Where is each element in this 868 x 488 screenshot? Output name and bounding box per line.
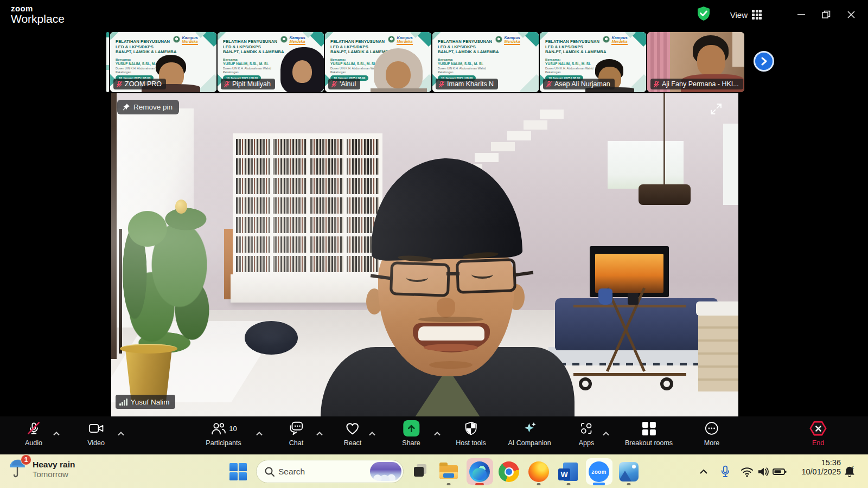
slide-bersama: Bersama:: [116, 57, 131, 61]
toolbar-chat[interactable]: Chat: [288, 420, 304, 447]
end-call-icon: [809, 420, 827, 436]
volume-button[interactable]: [755, 460, 771, 484]
react-options-caret[interactable]: [367, 426, 378, 440]
pinned-name: Yusuf Nalim: [131, 398, 170, 406]
toolbar-react[interactable]: React: [344, 420, 362, 447]
chat-options-caret[interactable]: [314, 426, 325, 440]
toolbar-participants-label: Participants: [206, 439, 241, 447]
svg-text:z: z: [852, 465, 854, 470]
muted-mic-icon: [653, 81, 660, 88]
apps-options-caret[interactable]: [601, 426, 611, 440]
partial-thumbnail: [106, 32, 109, 92]
participants-count: 10: [229, 425, 237, 433]
fullscreen-icon[interactable]: [709, 102, 723, 118]
toolbar-breakout-rooms[interactable]: Breakout rooms: [625, 420, 673, 447]
more-ellipsis-icon: [704, 420, 719, 436]
toolbar-audio[interactable]: Audio: [25, 420, 42, 447]
restore-button[interactable]: [814, 4, 839, 25]
toolbar-end[interactable]: End: [809, 420, 827, 447]
share-screen-icon: [403, 420, 419, 436]
search-highlight-image[interactable]: [370, 462, 401, 481]
search-input[interactable]: [277, 466, 359, 477]
participant-tile[interactable]: KampusMerdeka PELATIHAN PENYUSUNAN LED &…: [540, 32, 646, 92]
firefox-icon: [528, 461, 549, 482]
tray-time: 15:36: [801, 458, 841, 467]
filmstrip-next-button[interactable]: [754, 51, 774, 72]
running-indicator: [627, 483, 631, 485]
brand-zoom: zoom: [11, 4, 65, 13]
toolbar-chat-label: Chat: [289, 439, 303, 447]
view-layout-icon: [752, 10, 762, 20]
chrome-icon: [499, 461, 519, 482]
audio-options-caret[interactable]: [51, 426, 62, 440]
participant-name-label: Asep Ali Nurjaman: [543, 79, 615, 89]
taskbar-search[interactable]: [256, 460, 404, 483]
share-options-caret[interactable]: [432, 426, 443, 440]
participant-tile[interactable]: KampusMerdeka PELATIHAN PENYUSUNAN LED &…: [325, 32, 431, 92]
photos-button[interactable]: [617, 460, 641, 484]
weather-subtitle: Tomorrow: [33, 470, 75, 479]
toolbar-more[interactable]: More: [704, 420, 719, 447]
toolbar-ai-companion[interactable]: AI Companion: [508, 420, 551, 447]
chevron-up-icon: [699, 469, 708, 474]
toolbar-participants[interactable]: 10 Participants: [206, 420, 241, 447]
edge-icon: [469, 461, 490, 482]
zoom-meeting-window: zoom Workplace View KampusMerdeka PELATI…: [0, 0, 868, 488]
wifi-icon: [741, 466, 754, 477]
chrome-button[interactable]: [497, 460, 521, 484]
weather-widget[interactable]: 1 Heavy rain Tomorrow: [8, 458, 75, 481]
tray-date: 10/01/2025: [801, 467, 841, 477]
view-label: View: [730, 10, 748, 20]
word-icon: W: [558, 461, 579, 482]
speaker-icon: [757, 466, 770, 477]
breakout-grid-icon: [642, 420, 655, 436]
participant-tile[interactable]: Aji Fany Permana - HKI...: [647, 32, 744, 92]
chevron-right-icon: [759, 56, 769, 66]
participants-options-caret[interactable]: [254, 426, 265, 440]
running-indicator-active: [475, 483, 484, 485]
participant-tile[interactable]: KampusMerdeka PELATIHAN PENYUSUNAN LED &…: [110, 32, 216, 92]
task-view-button[interactable]: [407, 460, 431, 484]
security-shield-icon[interactable]: [697, 6, 711, 23]
muted-mic-icon: [546, 81, 552, 88]
video-options-caret[interactable]: [116, 426, 126, 440]
word-button[interactable]: W: [557, 460, 580, 484]
wifi-button[interactable]: [739, 460, 755, 484]
running-indicator: [447, 483, 451, 485]
participant-tile[interactable]: KampusMerdeka PELATIHAN PENYUSUNAN LED &…: [432, 32, 539, 92]
microphone-muted-icon: [26, 420, 41, 436]
mic-in-use-indicator[interactable]: [717, 460, 733, 484]
remove-pin-button[interactable]: Remove pin: [117, 100, 179, 114]
toolbar-share[interactable]: Share: [402, 420, 420, 447]
tray-overflow-button[interactable]: [695, 460, 712, 484]
battery-button[interactable]: [771, 460, 788, 484]
toolbar-host-tools[interactable]: Host tools: [456, 420, 486, 447]
toolbar-breakout-rooms-label: Breakout rooms: [625, 439, 673, 447]
edge-button[interactable]: [468, 460, 492, 484]
tray-clock[interactable]: 15:36 10/01/2025: [801, 458, 841, 477]
close-button[interactable]: [839, 4, 864, 25]
toolbar-ai-companion-label: AI Companion: [508, 439, 551, 447]
participant-name-label: Imam Kharits N: [436, 79, 498, 89]
meeting-toolbar: Audio Video 10 Participants Chat: [0, 416, 868, 454]
toolbar-host-tools-label: Host tools: [456, 439, 486, 447]
minimize-button[interactable]: [789, 4, 814, 25]
zoom-app-button[interactable]: zoom: [587, 460, 611, 484]
participant-tile[interactable]: KampusMerdeka PELATIHAN PENYUSUNAN LED &…: [218, 32, 324, 92]
pinned-video-tile[interactable]: Remove pin Yusuf Nalim: [111, 93, 738, 416]
file-explorer-button[interactable]: [437, 460, 461, 484]
running-indicator: [537, 483, 541, 485]
weather-title: Heavy rain: [33, 460, 75, 470]
participant-name-label: Pipit Muliyah: [221, 79, 275, 89]
photos-icon: [619, 462, 639, 481]
view-button[interactable]: View: [725, 7, 767, 23]
audio-level-icon: [119, 399, 127, 406]
firefox-button[interactable]: [527, 460, 551, 484]
toolbar-video[interactable]: Video: [87, 420, 105, 447]
notification-bell-button[interactable]: z: [840, 460, 859, 484]
toolbar-apps[interactable]: Apps: [579, 420, 595, 447]
start-button[interactable]: [226, 460, 250, 484]
light-glow: [111, 93, 738, 416]
participants-icon: [210, 421, 226, 436]
camera-icon: [88, 420, 104, 436]
